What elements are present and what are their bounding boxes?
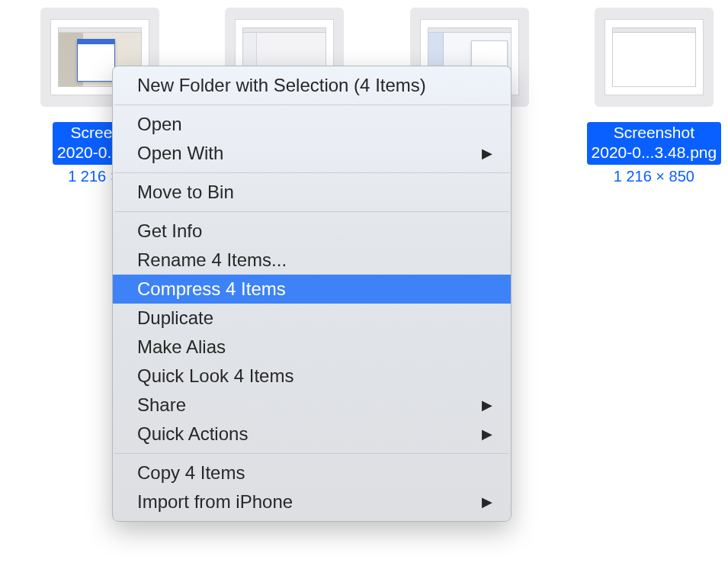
menu-get-info[interactable]: Get Info — [113, 217, 511, 246]
submenu-arrow-icon: ▶ — [482, 426, 492, 442]
menu-item-label: Open — [137, 114, 182, 135]
menu-item-label: Share — [137, 394, 186, 416]
menu-compress[interactable]: Compress 4 Items — [113, 275, 511, 304]
menu-item-label: Move to Bin — [137, 182, 234, 203]
menu-item-label: Compress 4 Items — [137, 278, 286, 300]
file-thumbnail — [595, 8, 714, 107]
menu-make-alias[interactable]: Make Alias — [113, 333, 511, 362]
file-item[interactable]: Screenshot 2020-0...3.48.png 1 216 × 850 — [580, 8, 728, 185]
submenu-arrow-icon: ▶ — [482, 494, 492, 510]
menu-item-label: Make Alias — [137, 336, 226, 358]
menu-import-from-iphone[interactable]: Import from iPhone ▶ — [113, 487, 511, 516]
menu-move-to-bin[interactable]: Move to Bin — [113, 178, 511, 207]
menu-separator — [114, 453, 509, 454]
menu-item-label: Get Info — [137, 220, 202, 242]
menu-item-label: Open With — [137, 143, 223, 164]
menu-open-with[interactable]: Open With ▶ — [113, 139, 511, 168]
menu-item-label: New Folder with Selection (4 Items) — [137, 75, 426, 96]
menu-quick-actions[interactable]: Quick Actions ▶ — [113, 420, 511, 449]
menu-quick-look[interactable]: Quick Look 4 Items — [113, 362, 511, 391]
menu-item-label: Import from iPhone — [137, 491, 293, 513]
menu-share[interactable]: Share ▶ — [113, 391, 511, 420]
context-menu: New Folder with Selection (4 Items) Open… — [112, 66, 512, 522]
menu-item-label: Rename 4 Items... — [137, 249, 287, 271]
menu-rename[interactable]: Rename 4 Items... — [113, 246, 511, 275]
menu-separator — [114, 211, 509, 212]
menu-item-label: Copy 4 Items — [137, 462, 245, 484]
menu-duplicate[interactable]: Duplicate — [113, 304, 511, 333]
menu-new-folder-with-selection[interactable]: New Folder with Selection (4 Items) — [113, 71, 511, 100]
file-name-label: Screenshot 2020-0...3.48.png — [587, 122, 722, 165]
menu-item-label: Quick Look 4 Items — [137, 365, 293, 387]
menu-copy[interactable]: Copy 4 Items — [113, 458, 511, 487]
submenu-arrow-icon: ▶ — [482, 397, 492, 413]
menu-item-label: Quick Actions — [137, 423, 248, 445]
menu-separator — [114, 105, 509, 105]
file-dimensions: 1 216 × 850 — [614, 168, 694, 185]
menu-open[interactable]: Open — [113, 110, 511, 139]
menu-item-label: Duplicate — [137, 307, 213, 329]
menu-separator — [114, 172, 509, 173]
submenu-arrow-icon: ▶ — [482, 145, 492, 162]
